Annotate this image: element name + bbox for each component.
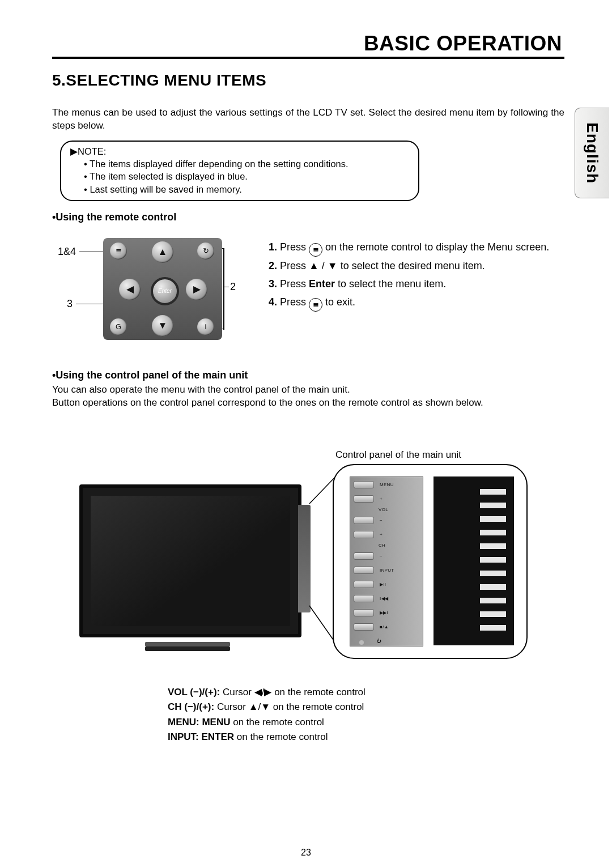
control-panel-zoom: MENU + VOL − + CH − INPUT ▶II I◀◀ ▶▶I ■/… — [333, 464, 528, 659]
vent-slot — [480, 530, 506, 535]
vent-slot — [480, 503, 506, 508]
panel-button — [354, 481, 374, 488]
tv-illustration — [79, 484, 301, 637]
mapping-line: CH (−)/(+): Cursor ▲/▼ on the remote con… — [168, 700, 564, 714]
enter-button: Enter — [151, 277, 179, 305]
mapping-line: INPUT: ENTER on the remote control — [168, 730, 564, 744]
vent-slot — [480, 543, 506, 549]
mapping-val: Cursor ◀/▶ on the remote control — [220, 687, 366, 697]
vent-slot — [480, 489, 506, 495]
mapping-val: on the remote control — [234, 731, 328, 742]
info-icon: i — [197, 318, 214, 335]
callout-line — [223, 287, 229, 288]
panel-black-area — [434, 476, 514, 645]
step-3: 3. Press Enter to select the menu item. — [269, 275, 549, 293]
page-number: 23 — [0, 848, 612, 858]
header-rule — [52, 57, 564, 59]
up-arrow-icon: ▲ — [152, 241, 173, 263]
remote-heading: •Using the remote control — [52, 211, 564, 223]
power-led — [359, 640, 364, 645]
mapping-key: VOL (−)/(+): — [168, 687, 220, 697]
mapping-line: VOL (−)/(+): Cursor ◀/▶ on the remote co… — [168, 685, 564, 700]
cp-desc-line: Button operations on the control panel c… — [52, 397, 483, 408]
callout-line — [79, 252, 103, 253]
note-label: ▶NOTE: — [70, 145, 410, 158]
language-tab: English — [575, 108, 609, 198]
section-title: 5.SELECTING MENU ITEMS — [52, 71, 564, 90]
callout-line — [76, 304, 103, 305]
panel-label: + — [380, 532, 382, 537]
note-item: The item selected is displayed in blue. — [84, 170, 410, 182]
panel-label: + — [380, 496, 382, 501]
panel-label: − — [380, 518, 382, 523]
step-text: to select the desired menu item. — [341, 260, 485, 271]
remote-figure-row: 1&4 3 2 ≣ ▲ ↻ ◀ Enter ▶ G ▼ i 1. — [52, 235, 564, 347]
return-icon: ↻ — [197, 242, 214, 259]
step-num: 2. — [269, 260, 277, 271]
panel-label: VOL — [379, 507, 388, 512]
step-text: on the remote control to display the Men… — [325, 241, 549, 253]
vent-slot — [480, 584, 506, 590]
panel-label: ▶▶I — [380, 610, 388, 615]
note-item: Last setting will be saved in memory. — [84, 183, 410, 195]
note-item: The items displayed differ depending on … — [84, 158, 410, 170]
mapping-line: MENU: MENU on the remote control — [168, 715, 564, 730]
step-1: 1. Press ≣ on the remote control to disp… — [269, 238, 549, 257]
manual-page: BASIC OPERATION English 5.SELECTING MENU… — [0, 0, 612, 868]
step-text: to exit. — [325, 296, 355, 308]
mapping-key: MENU: MENU — [168, 717, 231, 727]
panel-button — [354, 531, 374, 538]
panel-button — [354, 495, 374, 503]
remote-steps: 1. Press ≣ on the remote control to disp… — [269, 235, 549, 312]
remote-diagram: 1&4 3 2 ≣ ▲ ↻ ◀ Enter ▶ G ▼ i — [52, 235, 240, 347]
tv-side-panel — [298, 505, 311, 612]
panel-label: ■/▲ — [380, 624, 389, 629]
panel-label: − — [380, 554, 382, 559]
button-mapping: VOL (−)/(+): Cursor ◀/▶ on the remote co… — [168, 685, 564, 744]
panel-button — [354, 517, 374, 524]
mapping-key: CH (−)/(+): — [168, 701, 214, 712]
panel-label: ▶II — [380, 582, 386, 587]
step-text: Press — [280, 260, 309, 271]
down-arrow-icon: ▼ — [152, 315, 173, 337]
control-panel-caption: Control panel of the main unit — [335, 449, 564, 461]
panel-button — [354, 581, 374, 588]
panel-button — [354, 595, 374, 602]
vent-slot — [480, 516, 506, 522]
callout-1-4: 1&4 — [58, 246, 76, 258]
vent-slot — [480, 598, 506, 603]
panel-label: CH — [379, 543, 385, 548]
panel-label: MENU — [380, 482, 394, 487]
callout-line — [223, 248, 224, 330]
section-intro: The menus can be used to adjust the vari… — [52, 107, 564, 133]
vent-slot — [480, 611, 506, 617]
menu-icon: ≣ — [309, 298, 322, 312]
control-panel-figure: MENU + VOL − + CH − INPUT ▶II I◀◀ ▶▶I ■/… — [52, 464, 564, 668]
panel-label: I◀◀ — [380, 596, 388, 601]
step-num: 4. — [269, 296, 277, 308]
step-text: Press — [280, 278, 309, 290]
panel-label: INPUT — [380, 568, 394, 573]
menu-icon: ≣ — [309, 243, 322, 257]
step-4: 4. Press ≣ to exit. — [269, 293, 549, 312]
mapping-val: on the remote control — [231, 717, 324, 727]
arrow-glyphs: ▲ / ▼ — [309, 260, 338, 271]
mapping-key: INPUT: ENTER — [168, 731, 234, 742]
left-arrow-icon: ◀ — [119, 279, 141, 300]
control-panel-heading: •Using the control panel of the main uni… — [52, 369, 564, 381]
enter-label: Enter — [158, 288, 172, 294]
panel-button — [354, 623, 374, 631]
callout-2: 2 — [230, 281, 236, 293]
mapping-val: Cursor ▲/▼ on the remote control — [214, 701, 364, 712]
cp-desc-line: You can also operate the menu with the c… — [52, 384, 350, 395]
panel-button — [354, 552, 374, 560]
g-button-icon: G — [110, 318, 127, 335]
control-panel-desc: You can also operate the menu with the c… — [52, 384, 564, 410]
vent-slot — [480, 557, 506, 563]
callout-3: 3 — [67, 298, 73, 310]
step-num: 1. — [269, 241, 277, 253]
note-box: ▶NOTE: The items displayed differ depend… — [60, 141, 419, 201]
step-text: Press — [280, 241, 309, 253]
step-text: Press — [280, 296, 309, 308]
chapter-title: BASIC OPERATION — [52, 32, 564, 56]
